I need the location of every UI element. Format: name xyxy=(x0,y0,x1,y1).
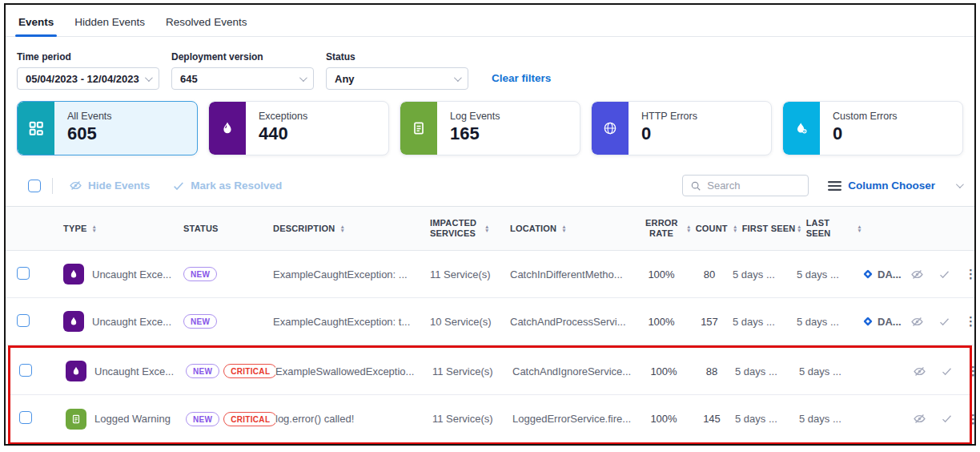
row-menu-icon[interactable]: ⋮ xyxy=(967,365,976,377)
card-http-errors[interactable]: HTTP Errors 0 xyxy=(591,101,772,155)
column-header-error-rate[interactable]: ERROR RATE xyxy=(637,218,686,239)
impacted-services-link[interactable]: 11 Service(s) xyxy=(432,413,512,425)
status-badge-new: NEW xyxy=(183,267,217,281)
row-menu-icon[interactable]: ⋮ xyxy=(967,414,976,425)
column-header-status[interactable]: STATUS xyxy=(183,224,273,234)
tab-hidden-events[interactable]: Hidden Events xyxy=(74,16,145,36)
flame-icon xyxy=(63,311,84,332)
status-badge-new: NEW xyxy=(183,314,217,329)
event-description: ExampleCaughtException: t... xyxy=(273,316,430,328)
error-rate-value: 100% xyxy=(637,316,686,328)
hide-events-label: Hide Events xyxy=(88,180,150,192)
search-input[interactable] xyxy=(707,180,795,192)
card-label: Log Events xyxy=(450,111,500,122)
card-log-events[interactable]: Log Events 165 xyxy=(400,101,580,155)
impacted-services-link[interactable]: 10 Service(s) xyxy=(430,316,510,328)
deployment-version-select[interactable]: 645 xyxy=(171,67,314,90)
column-header-first-seen[interactable]: ▲▼FIRST SEEN xyxy=(733,224,797,234)
flame-icon xyxy=(63,264,84,285)
resolve-event-icon[interactable] xyxy=(941,365,953,377)
count-value: 80 xyxy=(686,268,733,280)
flame-icon xyxy=(66,361,86,381)
last-seen-value: 5 days ... xyxy=(797,316,862,328)
card-value: 165 xyxy=(450,123,500,144)
column-chooser-button[interactable]: Column Chooser xyxy=(828,180,962,192)
column-header-location[interactable]: LOCATION▲▼ xyxy=(510,224,637,234)
tab-resolved-events[interactable]: Resolved Events xyxy=(166,16,247,36)
row-menu-icon[interactable]: ⋮ xyxy=(965,316,976,327)
column-header-impacted-services[interactable]: IMPACTED SERVICES▲▼ xyxy=(430,218,510,239)
tab-events[interactable]: Events xyxy=(18,16,54,36)
table-row[interactable]: Uncaught Exce... NEW ExampleCaughtExcept… xyxy=(6,298,974,345)
sort-icon[interactable]: ▲▼ xyxy=(92,224,98,233)
table-toolbar: Hide Events Mark as Resolved Column Choo… xyxy=(6,165,974,207)
impacted-services-link[interactable]: 11 Service(s) xyxy=(430,268,510,280)
event-location: CatchAndIgnoreService... xyxy=(512,365,639,377)
card-custom-errors[interactable]: Custom Errors 0 xyxy=(782,101,963,155)
column-header-last-seen[interactable]: ▲▼LAST SEEN▲▼ xyxy=(797,218,862,239)
sort-icon[interactable]: ▲▼ xyxy=(797,224,802,233)
mark-resolved-button[interactable]: Mark as Resolved xyxy=(172,180,282,192)
filter-bar: Time period 05/04/2023 - 12/04/2023 Depl… xyxy=(6,37,974,93)
status-select[interactable]: Any xyxy=(326,67,468,90)
error-rate-value: 100% xyxy=(639,413,689,425)
event-location: CatchInDifferentMetho... xyxy=(510,268,637,280)
table-row[interactable]: Uncaught Exce... NEW CRITICAL ExampleSwa… xyxy=(10,348,970,395)
sort-icon[interactable]: ▲▼ xyxy=(484,224,490,233)
first-seen-value: 5 days ... xyxy=(735,413,799,425)
toolbar-divider xyxy=(52,178,53,194)
card-label: Exceptions xyxy=(259,111,307,122)
last-seen-value: 5 days ... xyxy=(799,365,865,377)
resolve-event-icon[interactable] xyxy=(938,316,950,328)
sort-icon[interactable]: ▲▼ xyxy=(339,224,345,233)
time-period-select[interactable]: 05/04/2023 - 12/04/2023 xyxy=(17,67,159,90)
card-all-events[interactable]: All Events 605 xyxy=(17,101,198,155)
hide-events-button[interactable]: Hide Events xyxy=(69,179,150,192)
sort-icon[interactable]: ▲▼ xyxy=(561,224,567,233)
status-badge-critical: CRITICAL xyxy=(223,364,275,378)
globe-icon xyxy=(592,102,629,155)
hide-event-icon[interactable] xyxy=(913,365,926,378)
document-icon xyxy=(400,102,437,155)
chevron-down-icon xyxy=(145,74,153,82)
row-menu-icon[interactable]: ⋮ xyxy=(965,268,976,280)
jira-diamond-icon xyxy=(862,316,874,327)
card-value: 0 xyxy=(641,123,697,144)
sort-icon[interactable]: ▲▼ xyxy=(686,224,692,233)
jira-ticket-link[interactable]: DA... xyxy=(862,316,910,328)
column-header-description[interactable]: DESCRIPTION▲▼ xyxy=(273,224,430,234)
status-value: Any xyxy=(335,73,355,85)
clear-filters-button[interactable]: Clear filters xyxy=(492,72,551,84)
column-header-type[interactable]: TYPE▲▼ xyxy=(63,224,183,234)
sort-icon[interactable]: ▲▼ xyxy=(733,224,738,233)
card-value: 605 xyxy=(67,123,112,144)
hide-event-icon[interactable] xyxy=(913,412,926,426)
mark-resolved-label: Mark as Resolved xyxy=(191,180,282,192)
impacted-services-link[interactable]: 11 Service(s) xyxy=(432,365,512,377)
select-all-checkbox[interactable] xyxy=(28,180,41,192)
sort-icon[interactable]: ▲▼ xyxy=(857,224,862,233)
menu-icon xyxy=(828,180,841,192)
time-period-value: 05/04/2023 - 12/04/2023 xyxy=(26,73,139,85)
time-period-label: Time period xyxy=(17,51,159,63)
hide-event-icon[interactable] xyxy=(910,315,924,329)
row-checkbox[interactable] xyxy=(17,314,30,327)
flame-gear-icon xyxy=(783,102,820,155)
first-seen-value: 5 days ... xyxy=(733,268,797,280)
card-value: 440 xyxy=(259,123,307,144)
row-checkbox[interactable] xyxy=(19,411,32,424)
jira-ticket-link[interactable]: DA... xyxy=(862,268,910,280)
card-exceptions[interactable]: Exceptions 440 xyxy=(208,101,389,155)
row-checkbox[interactable] xyxy=(19,364,32,377)
row-checkbox[interactable] xyxy=(17,267,30,280)
table-row[interactable]: Logged Warning NEW CRITICAL log.error() … xyxy=(10,395,970,442)
column-header-count[interactable]: ▲▼COUNT xyxy=(686,224,733,234)
document-icon xyxy=(66,409,86,430)
resolve-event-icon[interactable] xyxy=(941,413,953,425)
resolve-event-icon[interactable] xyxy=(938,268,950,280)
event-location: CatchAndProcessServi... xyxy=(510,316,637,328)
event-type-label: Uncaught Exce... xyxy=(92,316,171,328)
error-rate-value: 100% xyxy=(637,268,686,280)
hide-event-icon[interactable] xyxy=(910,268,924,281)
table-row[interactable]: Uncaught Exce... NEW ExampleCaughtExcept… xyxy=(6,251,974,298)
